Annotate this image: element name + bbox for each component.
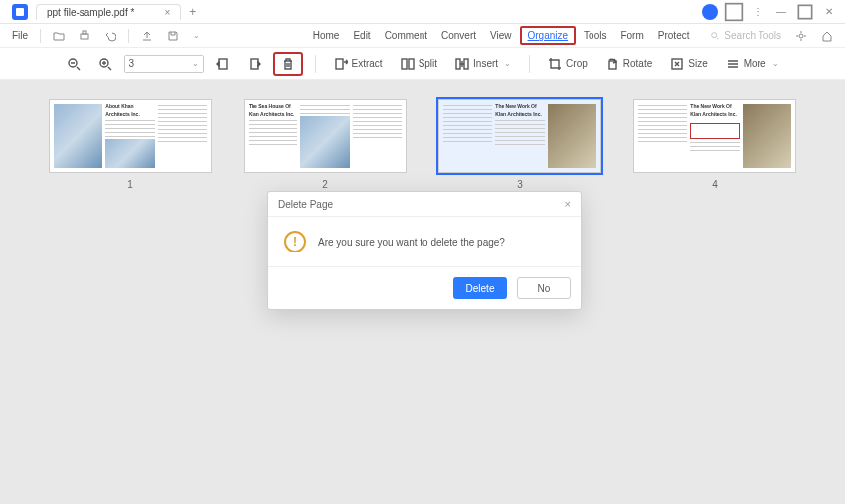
upload-icon[interactable] — [135, 28, 159, 44]
page-thumbnail[interactable]: The Sea House OfKlan Architects Inc. 2 — [244, 99, 407, 190]
insert-button[interactable]: Insert⌄ — [449, 54, 517, 74]
rotate-right-button[interactable] — [242, 54, 267, 74]
page-number: 1 — [127, 179, 133, 190]
menu-view[interactable]: View — [484, 28, 518, 43]
svg-rect-4 — [83, 31, 86, 34]
svg-rect-0 — [16, 8, 24, 16]
delete-confirm-button[interactable]: Delete — [453, 277, 507, 299]
svg-rect-10 — [251, 59, 258, 69]
menu-tools[interactable]: Tools — [578, 28, 612, 43]
menu-bar: File ⌄ Home Edit Comment Convert View Or… — [0, 24, 845, 48]
print-icon[interactable] — [73, 28, 96, 44]
svg-rect-14 — [456, 59, 460, 69]
dialog-message: Are you sure you want to delete the page… — [318, 237, 505, 248]
menu-organize[interactable]: Organize — [520, 26, 577, 45]
maximize-button[interactable] — [795, 2, 815, 22]
user-avatar[interactable] — [700, 2, 720, 22]
kebab-icon[interactable]: ⋮ — [748, 2, 767, 22]
app-icon — [12, 4, 28, 20]
minimize-button[interactable]: — — [771, 2, 791, 22]
open-icon[interactable] — [47, 28, 71, 44]
file-menu[interactable]: File — [6, 28, 34, 43]
home-icon[interactable] — [815, 28, 839, 44]
delete-page-dialog: Delete Page × ! Are you sure you want to… — [267, 191, 582, 310]
undo-icon[interactable] — [98, 28, 122, 44]
menu-form[interactable]: Form — [614, 28, 649, 43]
tab-close-icon[interactable]: × — [164, 7, 170, 18]
dialog-close-icon[interactable]: × — [565, 198, 571, 210]
save-icon[interactable] — [161, 28, 185, 44]
svg-rect-13 — [409, 59, 414, 69]
close-button[interactable]: ✕ — [819, 2, 839, 22]
svg-rect-12 — [402, 59, 407, 69]
settings-icon[interactable] — [789, 28, 813, 44]
menu-edit[interactable]: Edit — [347, 28, 376, 43]
zoom-out-button[interactable] — [61, 54, 86, 74]
chevron-down-icon: ⌄ — [192, 59, 199, 68]
svg-rect-9 — [219, 59, 227, 69]
menu-comment[interactable]: Comment — [379, 28, 433, 43]
svg-rect-2 — [798, 5, 811, 18]
panel-icon[interactable] — [724, 2, 744, 22]
svg-rect-11 — [336, 59, 343, 69]
title-bar: ppt file-sample.pdf * × + ⋮ — ✕ — [0, 0, 845, 24]
zoom-in-button[interactable] — [92, 54, 118, 74]
extract-button[interactable]: Extract — [328, 54, 389, 74]
document-tab[interactable]: ppt file-sample.pdf * × — [36, 4, 181, 20]
page-thumbnail[interactable]: About KhanArchitects Inc. 1 — [49, 99, 212, 190]
menu-convert[interactable]: Convert — [435, 28, 482, 43]
page-thumbnail[interactable]: The New Work OfKlan Architects Inc. 3 — [438, 99, 601, 190]
svg-rect-15 — [464, 59, 468, 69]
page-number: 3 — [517, 179, 523, 190]
page-thumbnail[interactable]: The New Work OfKlan Architects Inc. 4 — [633, 99, 796, 190]
tab-title: ppt file-sample.pdf * — [47, 7, 134, 18]
menu-protect[interactable]: Protect — [652, 28, 696, 43]
crop-button[interactable]: Crop — [542, 54, 593, 74]
new-tab-button[interactable]: + — [189, 5, 196, 19]
rotate-button[interactable]: Rotate — [599, 54, 658, 74]
page-value: 3 — [129, 58, 135, 69]
warning-icon: ! — [284, 231, 306, 252]
chevron-down-icon: ⌄ — [504, 59, 511, 68]
svg-point-6 — [799, 34, 803, 38]
page-number: 2 — [322, 179, 328, 190]
more-button[interactable]: More⌄ — [720, 54, 785, 74]
menu-home[interactable]: Home — [307, 28, 346, 43]
svg-point-5 — [712, 32, 717, 37]
delete-cancel-button[interactable]: No — [517, 277, 571, 299]
delete-page-button[interactable] — [273, 52, 303, 76]
svg-rect-3 — [81, 34, 88, 39]
page-number-input[interactable]: 3⌄ — [124, 55, 204, 73]
split-button[interactable]: Split — [395, 54, 443, 74]
search-tools[interactable]: Search Tools — [704, 30, 787, 41]
rotate-left-button[interactable] — [210, 54, 236, 74]
save-dropdown-icon[interactable]: ⌄ — [187, 29, 206, 42]
size-button[interactable]: Size — [664, 54, 713, 74]
search-placeholder: Search Tools — [724, 30, 781, 41]
organize-toolbar: 3⌄ Extract Split Insert⌄ Crop Rotate Siz… — [0, 48, 845, 80]
svg-rect-1 — [726, 3, 743, 20]
dialog-title: Delete Page — [278, 199, 333, 210]
page-number: 4 — [712, 179, 718, 190]
chevron-down-icon: ⌄ — [772, 59, 779, 68]
